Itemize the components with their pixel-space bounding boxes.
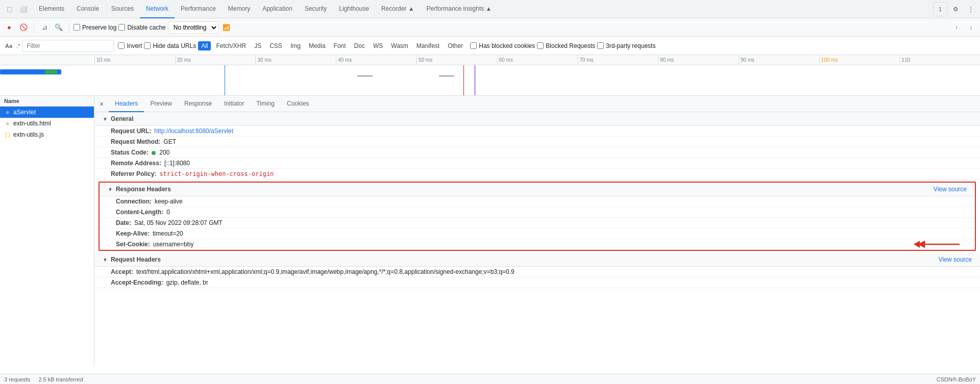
clear-btn[interactable]: 🚫 — [17, 21, 30, 34]
details-tab-headers[interactable]: Headers — [109, 96, 144, 112]
details-tab-preview[interactable]: Preview — [144, 96, 178, 112]
record-btn[interactable]: ● — [3, 21, 15, 34]
response-headers-box: ▼ Response Headers View source Connectio… — [99, 182, 976, 251]
file-name-aservlet: aServlet — [13, 109, 36, 116]
details-tab-cookies[interactable]: Cookies — [281, 96, 315, 112]
filter-type-js[interactable]: JS — [251, 41, 264, 50]
filter-type-all[interactable]: All — [198, 41, 211, 50]
details-panel: × Headers Preview Response Initiator Tim… — [94, 96, 980, 366]
inspect-icon[interactable]: ⬚ — [2, 2, 16, 16]
file-item-aservlet[interactable]: ≡ aServlet — [0, 107, 94, 118]
filter-type-media[interactable]: Media — [306, 41, 329, 50]
tab-security[interactable]: Security — [299, 0, 333, 18]
tab-lighthouse[interactable]: Lighthouse — [333, 0, 375, 18]
tab-network[interactable]: Network — [140, 0, 175, 18]
tab-memory[interactable]: Memory — [222, 0, 256, 18]
details-tab-response[interactable]: Response — [178, 96, 218, 112]
request-url-value[interactable]: http://localhost:8080/aServlet — [154, 127, 233, 135]
filter-type-img[interactable]: Img — [287, 41, 304, 50]
general-section-header[interactable]: ▼ General — [94, 112, 980, 126]
request-method-row: Request Method: GET — [94, 137, 980, 147]
has-blocked-cookies-checkbox[interactable] — [470, 42, 477, 49]
disable-cache-group[interactable]: Disable cache — [118, 24, 165, 31]
accept-encoding-row: Accept-Encoding: gzip, deflate, br — [94, 277, 980, 288]
date-key: Date: — [116, 219, 131, 226]
connection-value: keep-alive — [155, 198, 183, 205]
date-row: Date: Sat, 05 Nov 2022 09:28:07 GMT — [100, 218, 975, 228]
badge-btn[interactable]: 1 — [933, 2, 947, 16]
status-code-key: Status Code: — [111, 149, 149, 156]
tick-9: 100 ms — [819, 55, 900, 65]
filter-type-fetch[interactable]: Fetch/XHR — [213, 41, 249, 50]
request-headers-view-source[interactable]: View source — [939, 256, 972, 263]
search-network-btn[interactable]: 🔍 — [53, 21, 65, 34]
tab-recorder[interactable]: Recorder ▲ — [375, 0, 421, 18]
filter-type-doc[interactable]: Doc — [351, 41, 368, 50]
blocked-requests-checkbox[interactable] — [537, 42, 544, 49]
response-headers-section-header[interactable]: ▼ Response Headers View source — [100, 183, 975, 196]
invert-checkbox[interactable] — [118, 42, 125, 49]
throttle-select[interactable]: No throttling Fast 3G Slow 3G Offline — [168, 21, 218, 34]
disable-cache-checkbox[interactable] — [118, 24, 125, 31]
hide-data-urls-group[interactable]: Hide data URLs — [144, 42, 196, 49]
file-name-extn-utils-html: extn-utils.html — [13, 120, 51, 127]
tab-performance[interactable]: Performance — [175, 0, 222, 18]
tab-application[interactable]: Application — [256, 0, 299, 18]
more-btn[interactable]: ⋮ — [964, 2, 978, 16]
close-details-btn[interactable]: × — [96, 99, 107, 109]
request-headers-section-header[interactable]: ▼ Request Headers View source — [94, 253, 980, 267]
upload-icon[interactable]: ↑ — [950, 21, 963, 34]
request-headers-title: Request Headers — [111, 256, 161, 263]
filter-btn[interactable]: ⊿ — [38, 21, 51, 34]
details-tab-initiator[interactable]: Initiator — [218, 96, 250, 112]
response-headers-arrow: ▼ — [108, 187, 113, 192]
request-url-row: Request URL: http://localhost:8080/aServ… — [94, 126, 980, 137]
tick-5: 60 ms — [497, 55, 578, 65]
tab-sources[interactable]: Sources — [105, 0, 140, 18]
third-party-group[interactable]: 3rd-party requests — [597, 42, 655, 49]
file-panel: Name ≡ aServlet ≡ extn-utils.html { } ex… — [0, 96, 94, 366]
file-item-extn-utils-js[interactable]: { } extn-utils.js — [0, 129, 94, 140]
tab-elements[interactable]: Elements — [33, 0, 70, 18]
hide-data-urls-label: Hide data URLs — [153, 42, 196, 49]
filter-type-other[interactable]: Other — [445, 41, 466, 50]
filter-input[interactable] — [22, 40, 114, 52]
filter-type-font[interactable]: Font — [331, 41, 349, 50]
timeline-marker-3 — [439, 75, 454, 76]
blocked-requests-group[interactable]: Blocked Requests — [537, 42, 595, 49]
download-icon[interactable]: ↓ — [965, 21, 977, 34]
response-headers-view-source[interactable]: View source — [934, 186, 967, 193]
filter-type-manifest[interactable]: Manifest — [413, 41, 443, 50]
preserve-log-group[interactable]: Preserve log — [74, 24, 116, 31]
disable-cache-label: Disable cache — [127, 24, 165, 31]
third-party-checkbox[interactable] — [597, 42, 604, 49]
filter-type-css[interactable]: CSS — [266, 41, 285, 50]
has-blocked-cookies-group[interactable]: Has blocked cookies — [470, 42, 535, 49]
filter-type-wasm[interactable]: Wasm — [388, 41, 411, 50]
response-headers-title: Response Headers — [116, 186, 171, 193]
details-tab-timing[interactable]: Timing — [250, 96, 281, 112]
regex-btn[interactable]: .* — [16, 43, 20, 49]
tick-1: 20 ms — [175, 55, 256, 65]
filter-type-ws[interactable]: WS — [370, 41, 386, 50]
preserve-log-checkbox[interactable] — [74, 24, 80, 31]
request-method-key: Request Method: — [111, 138, 160, 145]
hide-data-urls-checkbox[interactable] — [144, 42, 151, 49]
aa-btn[interactable]: Aa — [3, 42, 14, 50]
remote-address-row: Remote Address: [::1]:8080 — [94, 158, 980, 169]
wifi-icon[interactable]: 📶 — [220, 21, 233, 34]
tab-performance-insights[interactable]: Performance insights ▲ — [421, 0, 498, 18]
details-tabs: × Headers Preview Response Initiator Tim… — [94, 96, 980, 112]
tab-console[interactable]: Console — [70, 0, 105, 18]
file-item-extn-utils-html[interactable]: ≡ extn-utils.html — [0, 118, 94, 129]
invert-group[interactable]: Invert — [118, 42, 142, 49]
request-method-value: GET — [163, 138, 176, 145]
servlet-icon: ≡ — [4, 109, 11, 116]
third-party-label: 3rd-party requests — [606, 42, 655, 49]
settings-btn[interactable]: ⚙ — [948, 2, 963, 16]
device-icon[interactable]: ⬜ — [16, 2, 31, 16]
tick-3: 40 ms — [336, 55, 416, 65]
accept-encoding-value: gzip, deflate, br — [166, 279, 208, 286]
preserve-log-label: Preserve log — [82, 24, 116, 31]
devtools-tab-bar: ⬚ ⬜ Elements Console Sources Network Per… — [0, 0, 980, 18]
